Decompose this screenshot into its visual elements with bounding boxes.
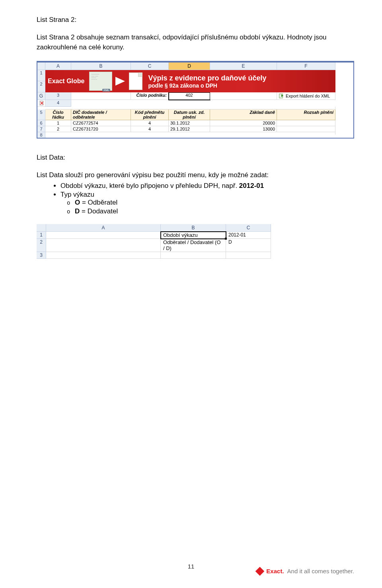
- table-cell: [277, 126, 335, 132]
- bullet-strong: 2012-01: [239, 182, 264, 189]
- table-cell: 13000: [210, 126, 277, 132]
- table-cell: 2: [45, 126, 71, 132]
- table-cell: 4: [131, 126, 169, 132]
- export-xml-label: Export hlášení do XML: [286, 94, 330, 98]
- document-icon: [129, 72, 142, 90]
- excel-screenshot-data: A B C 1 Období výkazu 2012-01 2 Odběrate…: [37, 224, 271, 259]
- ss1-col-F: F: [277, 63, 335, 70]
- ss2-a3: [46, 252, 161, 259]
- bullet-text: Typ výkazu: [60, 191, 94, 198]
- key-letter: O: [75, 199, 80, 206]
- ss2-corner: [37, 224, 46, 232]
- cislo-podniku-value[interactable]: 402: [169, 92, 210, 100]
- bullet-text: = Odběratel: [80, 199, 117, 206]
- table-cell: 4: [131, 120, 169, 126]
- ss2-a1: [46, 232, 161, 239]
- table-cell: 29.1.2012: [169, 126, 210, 132]
- paragraph-data: List Data slouží pro generování výpisu b…: [37, 170, 354, 180]
- footer-brand: Exact. And it all comes together.: [257, 568, 354, 574]
- ss1-r3-e: [210, 92, 277, 100]
- cislo-podniku-label: Číslo podniku:: [131, 92, 169, 100]
- ss2-row-2: 2: [37, 239, 46, 252]
- bullet-list: Období výkazu, které bylo připojeno v př…: [37, 182, 354, 215]
- export-xml-button[interactable]: Export hlášení do XML: [277, 92, 335, 100]
- ss2-col-A: A: [46, 224, 161, 232]
- paragraph-strana-2: List Strana 2 obsahuje seznam transakcí,…: [37, 33, 354, 52]
- export-icon: [279, 93, 284, 99]
- table-cell: CZ26772574: [71, 120, 131, 126]
- sub-bullet-list: O = Odběratel D = Dodavatel: [60, 199, 354, 215]
- arrow-right-icon: [115, 77, 125, 86]
- ss2-row-3: 3: [37, 252, 46, 259]
- report-title: Výpis z evidence pro daňové účely: [148, 74, 266, 82]
- sub-bullet-d: D = Dodavatel: [75, 207, 354, 215]
- ss1-row-1: 1: [37, 70, 45, 81]
- table-cell: 1: [45, 120, 71, 126]
- obdobi-vykazu-value[interactable]: 2012-01: [226, 232, 271, 239]
- bullet-text: Období výkazu, které bylo připojeno v př…: [60, 182, 239, 189]
- heading-list-strana-2: List Strana 2:: [37, 16, 354, 24]
- bullet-typ: Typ výkazu O = Odběratel D = Dodavatel: [60, 191, 354, 215]
- ss1-r4: [45, 107, 335, 109]
- hdr-rozsah: Rozsah plnění: [277, 109, 335, 120]
- footer-tagline: And it all comes together.: [287, 568, 354, 574]
- odberatel-dodavatel-label[interactable]: Odběratel / Dodavatel (O / D): [161, 239, 226, 252]
- ss2-c3: [226, 252, 271, 259]
- key-letter: D: [75, 207, 80, 215]
- ss1-col-A: A: [45, 63, 71, 70]
- table-cell: 30.1.2012: [169, 120, 210, 126]
- exact-logo-icon: [255, 567, 265, 576]
- odberatel-dodavatel-value[interactable]: D: [226, 239, 271, 252]
- ss1-col-D: D: [169, 63, 210, 70]
- brand-label: Exact Globe: [48, 78, 84, 85]
- footer-brand-name: Exact.: [266, 568, 284, 574]
- ss1-col-E: E: [210, 63, 277, 70]
- ss1-corner: [37, 63, 45, 70]
- excel-screenshot-strana-2: A B C D E F G 1 2 Exact Globe ——————— ——…: [37, 61, 354, 139]
- ss2-a2: [46, 239, 161, 252]
- hdr-kod: Kód předmětu plnění: [131, 109, 169, 120]
- ss2-col-C: C: [226, 224, 271, 232]
- ss1-row-6: 6: [37, 120, 45, 126]
- cell-text: Období výkazu: [163, 232, 198, 238]
- ss1-row-7: 7: [37, 126, 45, 132]
- ss1-col-C: C: [131, 63, 169, 70]
- ss1-row-4: 4: [45, 100, 71, 107]
- hdr-dic: DIČ dodavatele / odběratele: [71, 109, 131, 120]
- table-cell: CZ26731720: [71, 126, 131, 132]
- bullet-text: = Dodavatel: [80, 207, 118, 215]
- ss2-b3: [161, 252, 226, 259]
- xml-badge: XML: [102, 89, 110, 92]
- table-cell: [277, 120, 335, 126]
- hdr-datum: Datum usk. zd. plnění: [169, 109, 210, 120]
- ss1-row-2: 2: [37, 81, 45, 92]
- bullet-obdobi: Období výkazu, které bylo připojeno v př…: [60, 182, 354, 190]
- delete-icon: [39, 100, 45, 106]
- form-thumbnail-icon: ——————— —————— — —: [89, 72, 112, 91]
- obdobi-vykazu-label[interactable]: Období výkazu: [161, 232, 226, 239]
- hdr-cislo-radku: Číslo řádku: [45, 109, 71, 120]
- report-banner: Exact Globe ——————— —————— — — XML Výpis…: [45, 70, 335, 92]
- vymaz-button[interactable]: Výmaz v0.61: [37, 100, 45, 107]
- ss1-col-G: G: [37, 92, 45, 100]
- ss1-r8: [45, 132, 335, 135]
- sub-bullet-o: O = Odběratel: [75, 199, 354, 207]
- ss1-r3-b: [71, 92, 131, 100]
- ss1-row-5: 5: [37, 109, 45, 120]
- ss1-row-8: 8: [37, 132, 45, 138]
- hdr-zaklad: Základ daně: [210, 109, 277, 120]
- ss2-row-1: 1: [37, 232, 46, 239]
- ss1-col-B: B: [71, 63, 131, 70]
- ss1-row-3: 3: [45, 92, 71, 100]
- ss2-col-B: B: [161, 224, 226, 232]
- fill-handle[interactable]: [225, 238, 227, 240]
- heading-list-data: List Data:: [37, 154, 354, 162]
- report-subtitle: podle § 92a zákona o DPH: [148, 82, 266, 89]
- page-number: 11: [188, 563, 195, 570]
- table-cell: 20000: [210, 120, 277, 126]
